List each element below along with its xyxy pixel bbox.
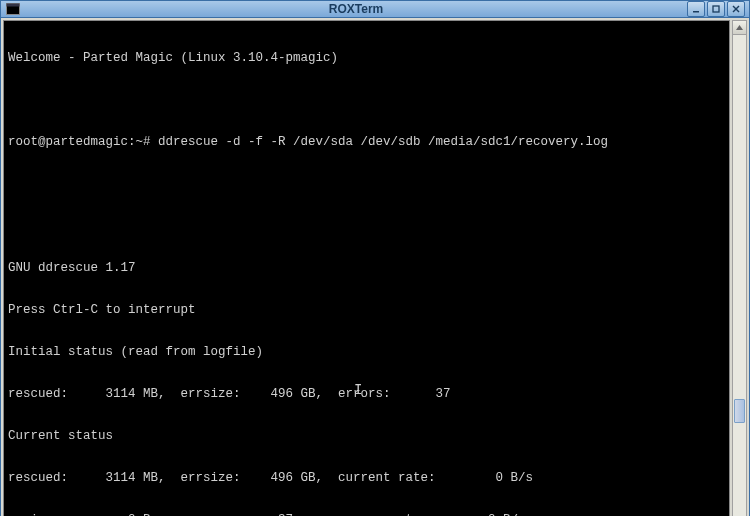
minimize-icon [692,5,700,13]
app-icon [5,1,21,17]
window-title: ROXTerm [25,2,687,16]
output-line: Current status [8,429,725,443]
close-icon [732,5,740,13]
terminal[interactable]: Welcome - Parted Magic (Linux 3.10.4-pma… [3,20,730,516]
command-line: root@partedmagic:~# ddrescue -d -f -R /d… [8,135,725,149]
output-line: rescued: 3114 MB, errsize: 496 GB, error… [8,387,725,401]
titlebar[interactable]: ROXTerm [1,1,749,18]
output-line: Initial status (read from logfile) [8,345,725,359]
blank-line [8,177,725,191]
vertical-scrollbar[interactable] [732,20,747,516]
welcome-line: Welcome - Parted Magic (Linux 3.10.4-pma… [8,51,725,65]
content-area: Welcome - Parted Magic (Linux 3.10.4-pma… [1,18,749,516]
close-button[interactable] [727,1,745,17]
blank-line [8,93,725,107]
maximize-icon [712,5,720,13]
prompt: root@partedmagic:~# [8,135,151,149]
minimize-button[interactable] [687,1,705,17]
maximize-button[interactable] [707,1,725,17]
chevron-up-icon [736,25,743,30]
svg-marker-6 [736,25,743,30]
output-line: Press Ctrl-C to interrupt [8,303,725,317]
blank-line [8,219,725,233]
window-controls [687,1,745,17]
command-text: ddrescue -d -f -R /dev/sda /dev/sdb /med… [158,135,608,149]
svg-rect-3 [713,6,719,12]
scroll-thumb[interactable] [734,399,745,423]
svg-rect-2 [693,11,699,13]
svg-rect-1 [7,4,20,7]
output-line: GNU ddrescue 1.17 [8,261,725,275]
scroll-up-button[interactable] [733,21,746,35]
app-window: ROXTerm Welcome - Parted Magic (Linux 3.… [0,0,750,516]
output-line: rescued: 3114 MB, errsize: 496 GB, curre… [8,471,725,485]
scroll-track[interactable] [733,35,746,516]
